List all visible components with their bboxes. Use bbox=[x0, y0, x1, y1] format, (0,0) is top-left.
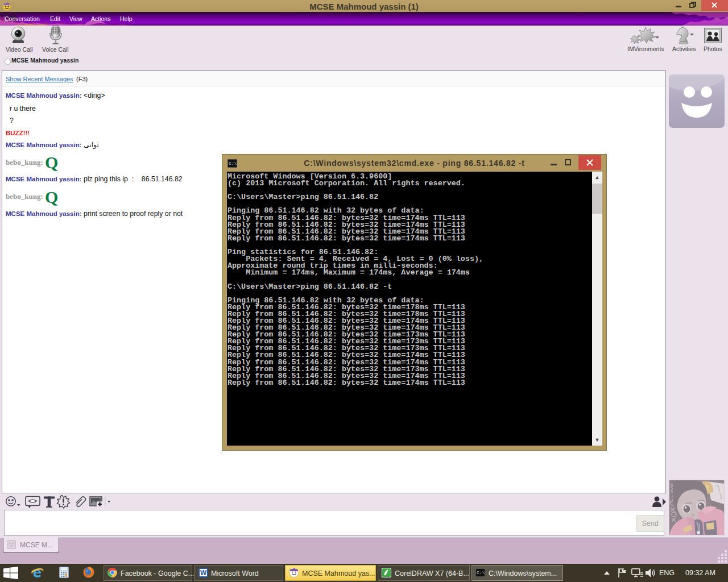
svg-text:C:\: C:\ bbox=[477, 570, 485, 575]
svg-text:W: W bbox=[200, 569, 207, 577]
